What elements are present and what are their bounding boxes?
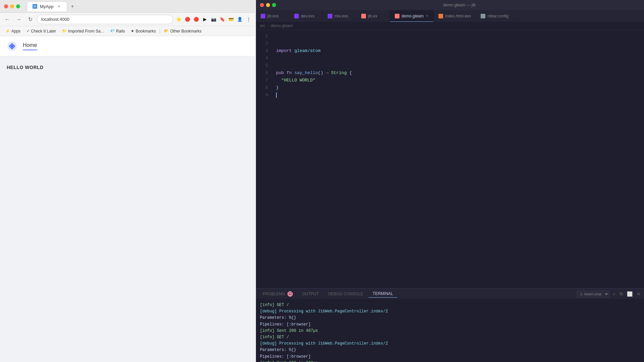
back-button[interactable]: ←	[3, 15, 12, 24]
bookmark-mgr-icon[interactable]: 🔖	[219, 16, 226, 23]
bookmark-separator	[160, 28, 160, 34]
terminal-split-button[interactable]: ⧉	[619, 290, 624, 297]
editor-minimize-button[interactable]	[266, 3, 270, 7]
star2-icon: ★	[131, 29, 134, 33]
problems-tab[interactable]: PROBLEMS 12	[259, 290, 297, 298]
new-tab-button[interactable]: +	[68, 2, 76, 10]
breadcrumb-src[interactable]: src	[260, 23, 265, 28]
debug-console-tab[interactable]: DEBUG CONSOLE	[324, 290, 367, 298]
youtube-icon[interactable]: ▶	[201, 16, 209, 23]
nav-bar: ← → ↻ ⭐ 🔴 🔴 ▶ 📷 🔖 💳 👤 ⋮	[0, 13, 255, 26]
code-line-8: }	[276, 84, 644, 92]
breadcrumb-separator: ›	[267, 23, 269, 28]
bookmark-check-label: Check It Later	[31, 29, 56, 34]
terminal-selector[interactable]: 1: beam.smp	[577, 291, 609, 297]
bookmark-apps[interactable]: ⚡ Apps	[3, 28, 23, 34]
problems-label: PROBLEMS	[263, 291, 285, 296]
editor-close-button[interactable]	[260, 3, 264, 7]
terminal-body[interactable]: [info] GET / [debug] Processing with Jib…	[256, 299, 644, 362]
return-type: String	[331, 69, 347, 77]
bookmark-imported-from-sa[interactable]: 📁 Imported From Sa...	[59, 28, 107, 34]
editor-traffic-lights	[260, 3, 276, 7]
bookmark-bookmarks[interactable]: ★ Bookmarks	[128, 28, 158, 34]
extensions-icon[interactable]: 🔴	[184, 16, 191, 23]
bookmark-bookmarks-label: Bookmarks	[136, 29, 156, 34]
problems-badge: 12	[287, 291, 293, 297]
editor-window: demo.gleam — jib jib.exs dev.exs mix.exs…	[256, 0, 644, 362]
code-line-9	[276, 92, 644, 99]
tab-close-button[interactable]: ✕	[57, 4, 60, 9]
bookmark-rails-label: Rails	[116, 29, 125, 34]
term-line-9: Pipelines: [:browser]	[260, 354, 640, 360]
wallet-icon[interactable]: 💳	[227, 16, 235, 23]
term-pipelines-1: Pipelines: [:browser]	[260, 322, 311, 327]
editor-tab-jib-ex[interactable]: jib.ex	[357, 10, 390, 22]
browser-tab-myapp[interactable]: M MyApp ✕	[27, 1, 67, 11]
refresh-button[interactable]: ↻	[25, 15, 35, 24]
terminal-close-button[interactable]: ✕	[636, 291, 641, 297]
bookmarks-bar: ⚡ Apps ✓ Check It Later 📁 Imported From …	[0, 26, 255, 36]
editor-maximize-button[interactable]	[272, 3, 276, 7]
brace-open: {	[347, 69, 352, 77]
app-logo	[7, 41, 17, 52]
tab-index-html-label: index.html.eex	[445, 14, 471, 18]
bookmark-rails[interactable]: 💎 Rails	[107, 28, 128, 34]
code-line-7: "HELLO WORLD"	[276, 77, 644, 84]
term-debug-2: [debug] Processing with JibWeb.PageContr…	[260, 341, 388, 346]
screenshot-icon[interactable]: 📷	[210, 16, 217, 23]
editor-tab-rebar-config[interactable]: rebar.config	[476, 10, 514, 22]
dev-exs-icon	[294, 14, 299, 18]
app-header: Home	[0, 36, 255, 56]
line-num-8: 8	[256, 84, 268, 92]
editor-tab-jib-exs[interactable]: jib.exs	[256, 10, 289, 22]
address-bar[interactable]	[37, 15, 173, 24]
jib-ex-icon	[361, 14, 366, 18]
bookmark-other-label: Other Bookmarks	[170, 29, 201, 34]
menu-icon[interactable]: ⋮	[245, 16, 252, 23]
config-icon	[481, 14, 485, 18]
brace-close: }	[276, 84, 279, 92]
star-icon[interactable]: ⭐	[175, 16, 182, 23]
breadcrumb-file[interactable]: demo.gleam	[271, 23, 293, 28]
bookmark-other[interactable]: 📂 Other Bookmarks	[161, 28, 204, 34]
close-window-button[interactable]	[4, 4, 8, 8]
minimize-window-button[interactable]	[10, 4, 14, 8]
editor-title-bar: demo.gleam — jib	[256, 0, 644, 10]
term-line-7: [debug] Processing with JibWeb.PageContr…	[260, 341, 640, 347]
bookmark-check-it-later[interactable]: ✓ Check It Later	[24, 28, 59, 34]
space2	[292, 69, 294, 77]
profile-icon[interactable]: 👤	[236, 16, 244, 23]
editor-tab-dev-exs[interactable]: dev.exs	[289, 10, 323, 22]
terminal-tab-bar: PROBLEMS 12 OUTPUT DEBUG CONSOLE TERMINA…	[256, 289, 644, 299]
terminal-tab[interactable]: TERMINAL	[369, 290, 397, 298]
function-name: say_hello	[294, 69, 318, 77]
tab-favicon: M	[33, 4, 37, 9]
tab-rebar-config-label: rebar.config	[487, 14, 508, 18]
editor-tab-demo-gleam[interactable]: demo.gleam ✕	[390, 10, 434, 22]
terminal-add-button[interactable]: +	[612, 291, 616, 297]
editor-tab-mix-exs[interactable]: mix.exs	[323, 10, 357, 22]
line-num-2: 2	[256, 40, 268, 47]
editor-window-title: demo.gleam — jib	[443, 3, 476, 7]
code-line-6: pub fn say_hello() → String {	[276, 69, 644, 77]
save-icon[interactable]: 🔴	[193, 16, 200, 23]
bookmark-apps-label: Apps	[11, 29, 20, 34]
nav-home-link[interactable]: Home	[23, 42, 37, 50]
code-editor[interactable]: import gleam/atom pub fn say_hello() → S…	[272, 30, 644, 288]
term-debug-1: [debug] Processing with JibWeb.PageContr…	[260, 309, 388, 314]
maximize-window-button[interactable]	[16, 4, 20, 8]
html-icon	[438, 14, 443, 18]
apps-icon: ⚡	[5, 29, 10, 33]
space	[292, 47, 294, 55]
term-pipelines-2: Pipelines: [:browser]	[260, 354, 311, 359]
forward-button[interactable]: →	[14, 15, 23, 24]
terminal-maximize-button[interactable]: ⬜	[626, 291, 633, 297]
line-num-7: 7	[256, 77, 268, 84]
import-keyword: import	[276, 47, 292, 55]
demo-gleam-close[interactable]: ✕	[426, 14, 429, 18]
folder-icon: 📁	[62, 29, 67, 33]
term-line-5: [info] Sent 200 in 407µs	[260, 328, 640, 334]
output-tab[interactable]: OUTPUT	[298, 290, 323, 298]
browser-title-bar: M MyApp ✕ +	[0, 0, 255, 13]
editor-tab-index-html[interactable]: index.html.eex	[434, 10, 476, 22]
